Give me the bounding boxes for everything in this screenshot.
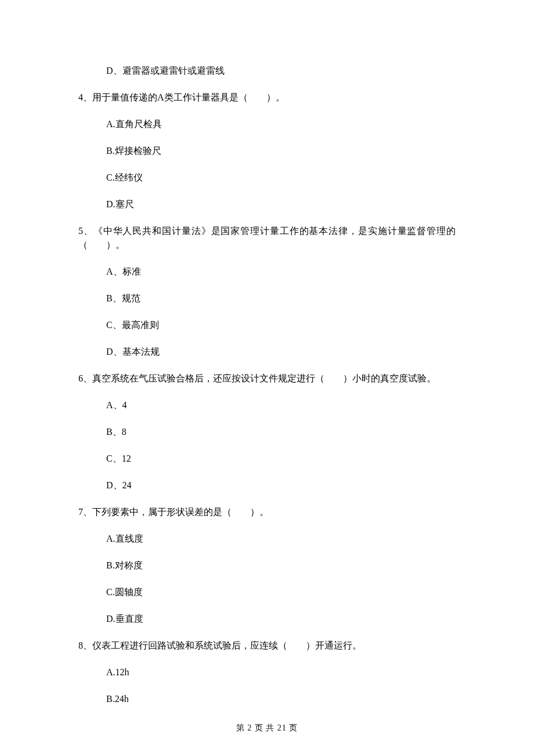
question-text: 6、真空系统在气压试验合格后，还应按设计文件规定进行（ ）小时的真空度试验。 [78, 372, 456, 386]
option-text: B、规范 [106, 291, 456, 305]
document-body: D、避雷器或避雷针或避雷线4、用于量值传递的A类工作计量器具是（ ）。A.直角尺… [78, 64, 456, 706]
option-text: A.直角尺检具 [106, 117, 456, 131]
option-text: D.塞尺 [106, 197, 456, 211]
question-text: 4、用于量值传递的A类工作计量器具是（ ）。 [78, 91, 456, 105]
option-text: C、最高准则 [106, 318, 456, 332]
page-footer: 第 2 页 共 21 页 [0, 722, 534, 734]
option-text: B.对称度 [106, 559, 456, 573]
option-text: D、基本法规 [106, 345, 456, 359]
question-text: 7、下列要素中，属于形状误差的是（ ）。 [78, 505, 456, 519]
option-text: D、避雷器或避雷针或避雷线 [106, 64, 456, 78]
option-text: A、标准 [106, 265, 456, 279]
option-text: D.垂直度 [106, 612, 456, 626]
option-text: B.24h [106, 692, 456, 706]
option-text: A.直线度 [106, 532, 456, 546]
question-text: 8、仪表工程进行回路试验和系统试验后，应连续（ ）开通运行。 [78, 639, 456, 653]
question-text: 5、《中华人民共和国计量法》是国家管理计量工作的基本法律，是实施计量监督管理的（… [78, 224, 456, 252]
option-text: B、8 [106, 425, 456, 439]
option-text: A、4 [106, 398, 456, 412]
option-text: C.圆轴度 [106, 585, 456, 599]
option-text: B.焊接检验尺 [106, 144, 456, 158]
option-text: C、12 [106, 452, 456, 466]
option-text: C.经纬仪 [106, 171, 456, 185]
option-text: A.12h [106, 665, 456, 679]
option-text: D、24 [106, 478, 456, 492]
